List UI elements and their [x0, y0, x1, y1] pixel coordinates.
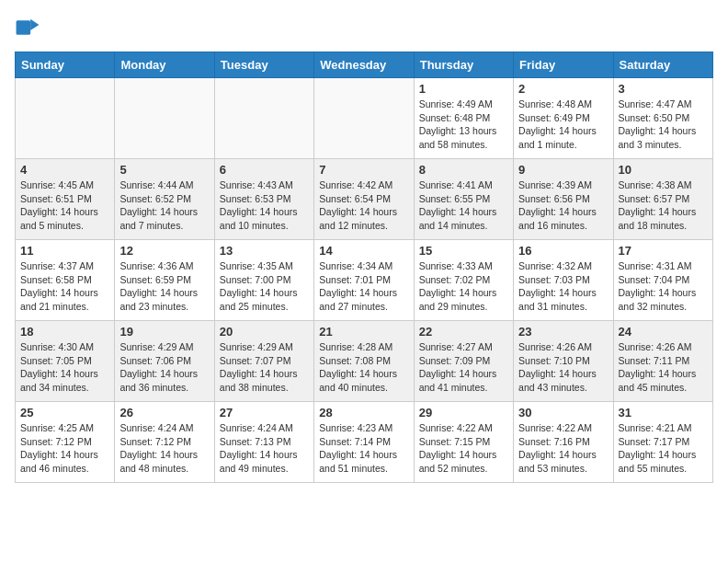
day-number: 17	[619, 244, 708, 258]
cell-info: Sunrise: 4:26 AMSunset: 7:10 PMDaylight:…	[518, 340, 608, 395]
day-number: 13	[220, 244, 309, 258]
table-row: 6Sunrise: 4:43 AMSunset: 6:53 PMDaylight…	[214, 159, 313, 240]
cell-info: Sunrise: 4:29 AMSunset: 7:07 PMDaylight:…	[220, 340, 309, 395]
table-row: 14Sunrise: 4:34 AMSunset: 7:01 PMDayligh…	[314, 240, 414, 321]
cell-info: Sunrise: 4:36 AMSunset: 6:59 PMDaylight:…	[119, 259, 209, 314]
table-row: 26Sunrise: 4:24 AMSunset: 7:12 PMDayligh…	[115, 402, 214, 483]
day-header-sunday: Sunday	[16, 52, 115, 78]
day-number: 7	[319, 163, 408, 177]
table-row	[16, 78, 115, 159]
table-row: 21Sunrise: 4:28 AMSunset: 7:08 PMDayligh…	[314, 321, 414, 402]
day-header-friday: Friday	[514, 52, 613, 78]
day-number: 25	[20, 406, 109, 419]
table-row: 23Sunrise: 4:26 AMSunset: 7:10 PMDayligh…	[514, 321, 613, 402]
day-number: 30	[518, 406, 608, 419]
day-number: 27	[220, 406, 309, 419]
day-number: 20	[220, 325, 309, 339]
day-number: 18	[20, 325, 109, 339]
cell-info: Sunrise: 4:37 AMSunset: 6:58 PMDaylight:…	[20, 259, 109, 314]
day-header-thursday: Thursday	[414, 52, 513, 78]
calendar-week-3: 18Sunrise: 4:30 AMSunset: 7:05 PMDayligh…	[16, 321, 713, 402]
cell-info: Sunrise: 4:23 AMSunset: 7:14 PMDaylight:…	[319, 421, 408, 476]
day-number: 15	[419, 244, 508, 258]
cell-info: Sunrise: 4:34 AMSunset: 7:01 PMDaylight:…	[319, 259, 408, 314]
cell-info: Sunrise: 4:22 AMSunset: 7:16 PMDaylight:…	[518, 421, 608, 476]
cell-info: Sunrise: 4:48 AMSunset: 6:49 PMDaylight:…	[518, 98, 608, 152]
day-number: 22	[419, 325, 508, 339]
day-number: 14	[319, 244, 408, 258]
table-row: 22Sunrise: 4:27 AMSunset: 7:09 PMDayligh…	[414, 321, 513, 402]
cell-info: Sunrise: 4:30 AMSunset: 7:05 PMDaylight:…	[20, 340, 109, 395]
day-header-saturday: Saturday	[613, 52, 712, 78]
table-row	[314, 78, 414, 159]
day-number: 3	[619, 82, 708, 96]
cell-info: Sunrise: 4:24 AMSunset: 7:13 PMDaylight:…	[220, 421, 309, 476]
day-number: 2	[518, 82, 608, 96]
cell-info: Sunrise: 4:41 AMSunset: 6:55 PMDaylight:…	[419, 178, 508, 233]
table-row	[214, 78, 313, 159]
day-header-tuesday: Tuesday	[214, 52, 313, 78]
day-number: 1	[419, 82, 508, 96]
day-number: 24	[619, 325, 708, 339]
cell-info: Sunrise: 4:24 AMSunset: 7:12 PMDaylight:…	[119, 421, 209, 476]
day-number: 9	[518, 163, 608, 177]
svg-marker-1	[30, 19, 39, 30]
table-row: 17Sunrise: 4:31 AMSunset: 7:04 PMDayligh…	[613, 240, 712, 321]
table-row: 18Sunrise: 4:30 AMSunset: 7:05 PMDayligh…	[16, 321, 115, 402]
calendar-week-0: 1Sunrise: 4:49 AMSunset: 6:48 PMDaylight…	[16, 78, 713, 159]
day-number: 31	[619, 406, 708, 419]
cell-info: Sunrise: 4:38 AMSunset: 6:57 PMDaylight:…	[619, 178, 708, 233]
table-row: 4Sunrise: 4:45 AMSunset: 6:51 PMDaylight…	[16, 159, 115, 240]
calendar-table: SundayMondayTuesdayWednesdayThursdayFrid…	[15, 52, 713, 483]
table-row: 8Sunrise: 4:41 AMSunset: 6:55 PMDaylight…	[414, 159, 513, 240]
table-row: 1Sunrise: 4:49 AMSunset: 6:48 PMDaylight…	[414, 78, 513, 159]
day-number: 5	[119, 163, 209, 177]
table-row: 12Sunrise: 4:36 AMSunset: 6:59 PMDayligh…	[115, 240, 214, 321]
table-row: 24Sunrise: 4:26 AMSunset: 7:11 PMDayligh…	[613, 321, 712, 402]
day-number: 16	[518, 244, 608, 258]
calendar-week-2: 11Sunrise: 4:37 AMSunset: 6:58 PMDayligh…	[16, 240, 713, 321]
day-header-row: SundayMondayTuesdayWednesdayThursdayFrid…	[16, 52, 713, 78]
table-row: 5Sunrise: 4:44 AMSunset: 6:52 PMDaylight…	[115, 159, 214, 240]
day-number: 23	[518, 325, 608, 339]
table-row: 3Sunrise: 4:47 AMSunset: 6:50 PMDaylight…	[613, 78, 712, 159]
day-number: 12	[119, 244, 209, 258]
table-row: 25Sunrise: 4:25 AMSunset: 7:12 PMDayligh…	[16, 402, 115, 483]
cell-info: Sunrise: 4:22 AMSunset: 7:15 PMDaylight:…	[419, 421, 508, 476]
logo-icon	[15, 15, 40, 40]
cell-info: Sunrise: 4:33 AMSunset: 7:02 PMDaylight:…	[419, 259, 508, 314]
cell-info: Sunrise: 4:35 AMSunset: 7:00 PMDaylight:…	[220, 259, 309, 314]
table-row: 29Sunrise: 4:22 AMSunset: 7:15 PMDayligh…	[414, 402, 513, 483]
table-row: 9Sunrise: 4:39 AMSunset: 6:56 PMDaylight…	[514, 159, 613, 240]
table-row: 19Sunrise: 4:29 AMSunset: 7:06 PMDayligh…	[115, 321, 214, 402]
table-row: 15Sunrise: 4:33 AMSunset: 7:02 PMDayligh…	[414, 240, 513, 321]
cell-info: Sunrise: 4:29 AMSunset: 7:06 PMDaylight:…	[119, 340, 209, 395]
day-number: 6	[220, 163, 309, 177]
cell-info: Sunrise: 4:25 AMSunset: 7:12 PMDaylight:…	[20, 421, 109, 476]
table-row: 16Sunrise: 4:32 AMSunset: 7:03 PMDayligh…	[514, 240, 613, 321]
day-number: 29	[419, 406, 508, 419]
day-number: 19	[119, 325, 209, 339]
table-row: 2Sunrise: 4:48 AMSunset: 6:49 PMDaylight…	[514, 78, 613, 159]
svg-rect-0	[17, 20, 31, 35]
cell-info: Sunrise: 4:31 AMSunset: 7:04 PMDaylight:…	[619, 259, 708, 314]
cell-info: Sunrise: 4:42 AMSunset: 6:54 PMDaylight:…	[319, 178, 408, 233]
cell-info: Sunrise: 4:43 AMSunset: 6:53 PMDaylight:…	[220, 178, 309, 233]
cell-info: Sunrise: 4:45 AMSunset: 6:51 PMDaylight:…	[20, 178, 109, 233]
cell-info: Sunrise: 4:28 AMSunset: 7:08 PMDaylight:…	[319, 340, 408, 395]
cell-info: Sunrise: 4:32 AMSunset: 7:03 PMDaylight:…	[518, 259, 608, 314]
day-number: 21	[319, 325, 408, 339]
table-row: 13Sunrise: 4:35 AMSunset: 7:00 PMDayligh…	[214, 240, 313, 321]
table-row: 27Sunrise: 4:24 AMSunset: 7:13 PMDayligh…	[214, 402, 313, 483]
calendar-week-4: 25Sunrise: 4:25 AMSunset: 7:12 PMDayligh…	[16, 402, 713, 483]
table-row: 20Sunrise: 4:29 AMSunset: 7:07 PMDayligh…	[214, 321, 313, 402]
day-number: 10	[619, 163, 708, 177]
cell-info: Sunrise: 4:27 AMSunset: 7:09 PMDaylight:…	[419, 340, 508, 395]
table-row: 10Sunrise: 4:38 AMSunset: 6:57 PMDayligh…	[613, 159, 712, 240]
table-row: 11Sunrise: 4:37 AMSunset: 6:58 PMDayligh…	[16, 240, 115, 321]
table-row: 31Sunrise: 4:21 AMSunset: 7:17 PMDayligh…	[613, 402, 712, 483]
cell-info: Sunrise: 4:26 AMSunset: 7:11 PMDaylight:…	[619, 340, 708, 395]
cell-info: Sunrise: 4:39 AMSunset: 6:56 PMDaylight:…	[518, 178, 608, 233]
table-row	[115, 78, 214, 159]
day-number: 28	[319, 406, 408, 419]
